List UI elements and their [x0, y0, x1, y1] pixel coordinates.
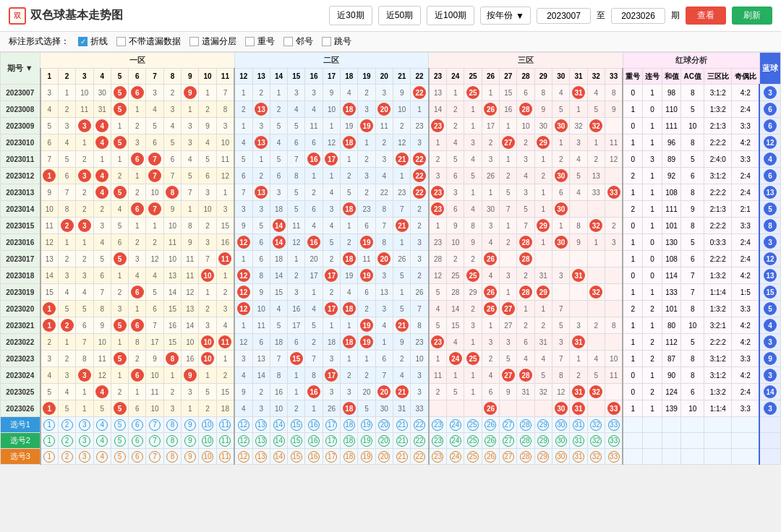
selector-cell[interactable]: 15 — [288, 449, 305, 465]
selector-cell[interactable]: 28 — [517, 433, 534, 449]
selector-cell[interactable]: 13 — [252, 449, 270, 465]
selector-cell[interactable]: 16 — [305, 433, 323, 449]
selector-cell[interactable]: 23 — [429, 433, 447, 449]
selector-cell[interactable]: 24 — [447, 449, 464, 465]
period-to-input[interactable] — [611, 8, 665, 24]
selector-cell[interactable]: 29 — [534, 433, 552, 449]
selector-cell[interactable]: 10 — [199, 449, 216, 465]
selector-cell[interactable]: 7 — [146, 433, 163, 449]
selector-cell[interactable]: 29 — [534, 417, 552, 433]
selector-cell[interactable]: 3 — [76, 433, 93, 449]
checkbox-zhexian[interactable]: ✓ — [78, 37, 88, 46]
selector-cell[interactable]: 20 — [375, 449, 393, 465]
selector-cell[interactable]: 32 — [587, 417, 605, 433]
selector-cell[interactable]: 8 — [163, 417, 181, 433]
selector-cell[interactable]: 33 — [605, 433, 623, 449]
selector-cell[interactable]: 4 — [93, 433, 111, 449]
selector-cell[interactable]: 5 — [111, 433, 128, 449]
selector-cell[interactable]: 18 — [341, 449, 358, 465]
selector-cell[interactable]: 13 — [252, 433, 270, 449]
selector-cell[interactable]: 17 — [323, 417, 340, 433]
selector-cell[interactable]: 12 — [234, 449, 252, 465]
selector-cell[interactable]: 12 — [234, 433, 252, 449]
filter-neighbor[interactable]: 邻号 — [283, 35, 313, 48]
selector-cell[interactable]: 4 — [93, 417, 111, 433]
selector-cell[interactable]: 20 — [375, 433, 393, 449]
selector-cell[interactable]: 21 — [393, 417, 411, 433]
selector-cell[interactable]: 30 — [552, 433, 570, 449]
selector-cell[interactable]: 15 — [288, 433, 305, 449]
selector-cell[interactable]: 17 — [323, 433, 340, 449]
selector-cell[interactable]: 27 — [500, 433, 517, 449]
selector-cell[interactable]: 9 — [182, 449, 199, 465]
selector-cell[interactable]: 18 — [341, 417, 358, 433]
refresh-btn[interactable]: 刷新 — [732, 7, 772, 25]
checkbox-nodrop[interactable] — [116, 37, 126, 46]
query-btn[interactable]: 查看 — [686, 7, 726, 25]
filter-repeat[interactable]: 重号 — [245, 35, 275, 48]
selector-cell[interactable]: 4 — [93, 449, 111, 465]
period-100-btn[interactable]: 近100期 — [427, 6, 474, 25]
selector-cell[interactable]: 13 — [252, 417, 270, 433]
period-50-btn[interactable]: 近50期 — [378, 6, 421, 25]
selector-cell[interactable]: 12 — [234, 417, 252, 433]
selector-cell[interactable]: 16 — [305, 449, 323, 465]
selector-cell[interactable]: 9 — [182, 433, 199, 449]
selector-cell[interactable]: 30 — [552, 417, 570, 433]
year-select[interactable]: 按年份 ▼ — [480, 7, 531, 25]
selector-cell[interactable]: 24 — [447, 417, 464, 433]
selector-cell[interactable]: 26 — [482, 449, 499, 465]
selector-cell[interactable]: 25 — [464, 433, 482, 449]
selector-cell[interactable]: 14 — [270, 417, 287, 433]
selector-cell[interactable]: 31 — [570, 433, 587, 449]
selector-cell[interactable]: 6 — [129, 433, 146, 449]
selector-cell[interactable]: 26 — [482, 433, 499, 449]
selector-cell[interactable]: 18 — [341, 433, 358, 449]
selector-cell[interactable]: 33 — [605, 449, 623, 465]
selector-blue-cell[interactable] — [759, 449, 780, 465]
selector-cell[interactable]: 8 — [163, 449, 181, 465]
selector-cell[interactable]: 31 — [570, 449, 587, 465]
checkbox-repeat[interactable] — [245, 37, 255, 46]
selector-cell[interactable]: 32 — [587, 449, 605, 465]
selector-cell[interactable]: 15 — [288, 417, 305, 433]
selector-cell[interactable]: 5 — [111, 417, 128, 433]
selector-cell[interactable]: 7 — [146, 417, 163, 433]
selector-cell[interactable]: 8 — [163, 433, 181, 449]
selector-cell[interactable]: 9 — [182, 417, 199, 433]
selector-cell[interactable]: 32 — [587, 433, 605, 449]
selector-cell[interactable]: 7 — [146, 449, 163, 465]
selector-cell[interactable]: 10 — [199, 433, 216, 449]
selector-cell[interactable]: 3 — [76, 449, 93, 465]
selector-cell[interactable]: 16 — [305, 417, 323, 433]
period-from-input[interactable] — [537, 8, 591, 24]
selector-cell[interactable]: 24 — [447, 433, 464, 449]
checkbox-skip[interactable] — [322, 37, 331, 46]
selector-cell[interactable]: 2 — [58, 417, 75, 433]
selector-cell[interactable]: 21 — [393, 449, 411, 465]
selector-cell[interactable]: 28 — [517, 449, 534, 465]
checkbox-neighbor[interactable] — [283, 37, 293, 46]
selector-cell[interactable]: 6 — [129, 417, 146, 433]
selector-cell[interactable]: 33 — [605, 417, 623, 433]
selector-cell[interactable]: 1 — [40, 433, 59, 449]
selector-cell[interactable]: 22 — [411, 449, 429, 465]
selector-cell[interactable]: 11 — [216, 417, 234, 433]
selector-cell[interactable]: 28 — [517, 417, 534, 433]
selector-cell[interactable]: 20 — [375, 417, 393, 433]
selector-cell[interactable]: 21 — [393, 433, 411, 449]
selector-cell[interactable]: 30 — [552, 449, 570, 465]
filter-layer[interactable]: 遗漏分层 — [189, 35, 236, 48]
selector-cell[interactable]: 1 — [40, 449, 59, 465]
filter-nodrop[interactable]: 不带遗漏数据 — [116, 35, 181, 48]
selector-cell[interactable]: 11 — [216, 433, 234, 449]
selector-cell[interactable]: 27 — [500, 417, 517, 433]
selector-cell[interactable]: 14 — [270, 433, 287, 449]
selector-cell[interactable]: 11 — [216, 449, 234, 465]
selector-cell[interactable]: 23 — [429, 449, 447, 465]
selector-blue-cell[interactable] — [759, 433, 780, 449]
selector-cell[interactable]: 22 — [411, 417, 429, 433]
selector-cell[interactable]: 29 — [534, 449, 552, 465]
selector-cell[interactable]: 19 — [358, 417, 375, 433]
filter-skip[interactable]: 跳号 — [322, 35, 351, 48]
